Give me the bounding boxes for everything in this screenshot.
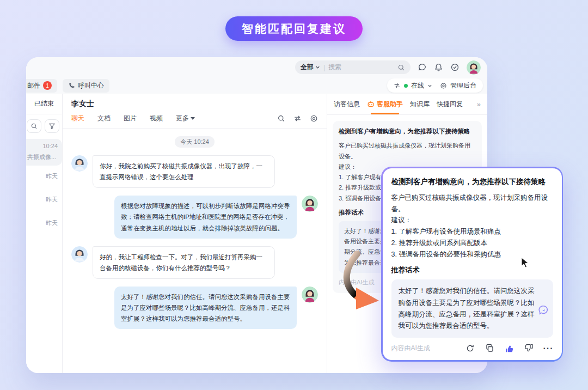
mail-tab[interactable]: 邮件 1 — [26, 79, 57, 93]
conversation-item-selected[interactable]: 10:24 共振成像... — [26, 139, 62, 166]
customer-name: 李女士 — [71, 99, 318, 109]
message-bubble: 根据您对故障现象的描述，可以初步判断该故障是网络冲突导致；请检查网络主机的IP地… — [114, 196, 297, 238]
conversation-time: 10:24 — [27, 143, 58, 149]
phone-icon — [68, 82, 75, 89]
tab-chat[interactable]: 聊天 — [71, 114, 84, 123]
global-search[interactable]: 全部 | 搜索 — [295, 60, 411, 74]
chevron-down-icon[interactable] — [427, 83, 432, 88]
search-scope-dropdown[interactable]: 全部 — [301, 63, 320, 72]
chevron-down-icon — [315, 65, 320, 70]
message-list: 今天 10:24 你好，我院之前购买了核磁共振成像仪器，出现了故障，一直提示网络… — [63, 129, 327, 373]
sidebar-tab-ended[interactable]: 已结束 — [26, 94, 62, 114]
robot-icon — [367, 100, 375, 108]
ai-card-summary: 客户已购买过核磁共振成像仪器，现计划采购备用设备。 — [339, 141, 476, 162]
agent-avatar — [302, 287, 318, 303]
timestamp-chip: 今天 10:24 — [175, 136, 215, 148]
customer-avatar — [71, 246, 88, 263]
chat-header-icons — [277, 114, 318, 123]
message-bubble: 太好了！感谢您对我们的信任。请问您这次采购备用设备主要是为了应对哪些场景呢？比如… — [114, 287, 297, 329]
popup-script-bubble[interactable]: 太好了！感谢您对我们的信任。请问您这次采购备用设备主要是为了应对哪些场景呢？比如… — [391, 279, 553, 338]
search-icon[interactable] — [397, 64, 405, 71]
send-to-chat-icon[interactable] — [537, 304, 549, 316]
task-check-icon[interactable] — [450, 63, 460, 72]
conversation-sidebar: 已结束 10:24 共振成像... 昨天 昨天 昨天 — [26, 94, 63, 373]
tab-videos[interactable]: 视频 — [150, 114, 163, 123]
tab-knowledge-base[interactable]: 知识库 — [410, 94, 430, 114]
ai-card-title: 检测到客户有增购意向，为您推荐以下接待策略 — [339, 127, 476, 136]
online-status-label[interactable]: 在线 — [411, 81, 424, 90]
messages-icon[interactable] — [418, 63, 427, 72]
sidebar-search-button[interactable] — [27, 119, 41, 133]
filter-funnel-icon — [48, 123, 56, 130]
conversation-time: 昨天 — [46, 196, 58, 203]
popup-suggestion: 1. 了解客户现有设备使用场景和痛点 — [391, 226, 553, 237]
customer-avatar — [71, 155, 88, 172]
thumbs-down-icon[interactable] — [524, 344, 534, 353]
window-topbar: 全部 | 搜索 — [26, 57, 487, 77]
chat-tabs: 聊天 文档 图片 视频 更多 — [71, 114, 318, 128]
session-settings-icon[interactable] — [310, 114, 318, 123]
copy-icon[interactable] — [485, 344, 494, 353]
popup-actions: ··· — [465, 344, 553, 353]
call-center-label: 呼叫中心 — [78, 81, 104, 90]
popup-summary: 客户已购买过核磁共振成像仪器，现计划采购备用设备。 — [391, 192, 553, 215]
transfer-icon[interactable] — [394, 82, 401, 89]
regenerate-icon[interactable] — [465, 344, 475, 353]
tab-ai-assistant[interactable]: 客服助手 — [367, 94, 403, 114]
chat-search-icon[interactable] — [277, 114, 285, 123]
mail-tab-label: 邮件 — [27, 81, 40, 90]
search-icon — [30, 123, 38, 130]
chat-header: 李女士 聊天 文档 图片 视频 更多 — [63, 94, 327, 129]
user-avatar[interactable] — [467, 60, 481, 75]
channel-nav-row: 邮件 1 呼叫中心 在线 管理后台 — [26, 77, 487, 94]
ai-suggestion-popup-inner: 检测到客户有增购意向，为您推荐以下接待策略 客户已购买过核磁共振成像仪器，现计划… — [383, 168, 562, 361]
message-row-customer: 你好，我院之前购买了核磁共振成像仪器，出现了故障，一直提示网络错误，这个要怎么处… — [71, 155, 318, 188]
sidebar-toolbar — [26, 114, 62, 138]
popup-script-text: 太好了！感谢您对我们的信任。请问您这次采购备用设备主要是为了应对哪些场景呢？比如… — [399, 287, 535, 330]
popup-suggest-label: 建议： — [391, 215, 553, 226]
search-scope-label: 全部 — [301, 63, 314, 72]
collapse-panel-icon[interactable]: » — [477, 100, 481, 108]
search-input[interactable]: 搜索 — [328, 63, 394, 72]
chat-column: 李女士 聊天 文档 图片 视频 更多 — [63, 94, 327, 373]
conversation-preview: 共振成像... — [27, 153, 58, 161]
ai-generated-note: 内容由AI生成 — [391, 344, 430, 353]
conversation-time: 昨天 — [46, 220, 58, 226]
tab-images[interactable]: 图片 — [124, 114, 137, 123]
admin-backend-link[interactable]: 管理后台 — [450, 81, 476, 90]
tab-more-label: 更多 — [176, 114, 189, 122]
transfer-session-icon[interactable] — [293, 114, 302, 123]
more-actions-icon[interactable]: ··· — [544, 344, 553, 353]
popup-footer: 内容由AI生成 ··· — [391, 344, 553, 353]
message-row-agent: 太好了！感谢您对我们的信任。请问您这次采购备用设备主要是为了应对哪些场景呢？比如… — [71, 287, 318, 329]
headline-badge: 智能匹配回复建议 — [225, 16, 363, 41]
tab-visitor-info[interactable]: 访客信息 — [334, 94, 360, 114]
message-row-agent: 根据您对故障现象的描述，可以初步判断该故障是网络冲突导致；请检查网络主机的IP地… — [71, 196, 318, 238]
tab-quick-reply[interactable]: 快捷回复 — [437, 94, 463, 114]
ai-suggestion-popup: 检测到客户有增购意向，为您推荐以下接待策略 客户已购买过核磁共振成像仪器，现计划… — [381, 167, 563, 362]
search-divider: | — [323, 64, 325, 71]
popup-title: 检测到客户有增购意向，为您推荐以下接待策略 — [391, 176, 553, 187]
popup-suggestion: 2. 推荐升级款或同系列高配版本 — [391, 237, 553, 249]
agent-status-pill: 在线 管理后台 — [387, 78, 483, 93]
mouse-cursor — [520, 257, 530, 268]
admin-gear-icon[interactable] — [440, 82, 447, 89]
screenshot-stage: 智能匹配回复建议 全部 | 搜索 — [0, 0, 588, 390]
call-center-tab[interactable]: 呼叫中心 — [63, 79, 109, 93]
mail-unread-badge: 1 — [43, 81, 52, 90]
chevron-down-icon — [191, 117, 195, 120]
tab-more[interactable]: 更多 — [176, 114, 195, 123]
notifications-bell-icon[interactable] — [434, 63, 443, 72]
conversation-item[interactable]: 昨天 — [26, 168, 62, 191]
agent-avatar-image — [467, 60, 481, 75]
tab-documents[interactable]: 文档 — [97, 114, 111, 123]
message-bubble: 你好，我院之前购买了核磁共振成像仪器，出现了故障，一直提示网络错误，这个要怎么处… — [93, 155, 275, 188]
sidebar-filter-button[interactable] — [45, 119, 59, 133]
headline-badge-label: 智能匹配回复建议 — [242, 21, 346, 36]
thumbs-up-icon[interactable] — [505, 344, 514, 353]
online-status-dot — [404, 84, 408, 88]
message-bubble: 好的，我让工程师检查一下。对了，我们最近打算再采购一台备用的核磁设备，你们有什么… — [93, 246, 275, 279]
conversation-item[interactable]: 昨天 — [26, 215, 62, 238]
assistant-panel-tabs: 访客信息 客服助手 知识库 快捷回复 » — [327, 94, 487, 115]
conversation-item[interactable]: 昨天 — [26, 191, 62, 215]
